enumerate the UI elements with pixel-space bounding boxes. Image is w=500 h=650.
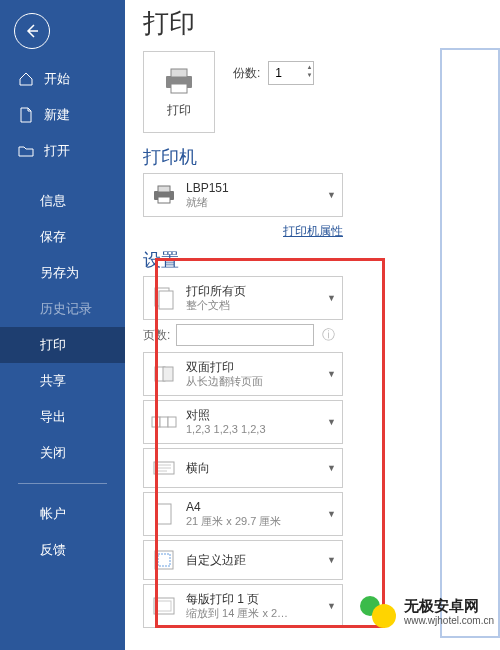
svg-rect-17 <box>157 504 171 524</box>
printer-small-icon <box>150 181 178 209</box>
nav-home[interactable]: 开始 <box>0 61 125 97</box>
nav-open[interactable]: 打开 <box>0 133 125 169</box>
printer-status: 就绪 <box>186 196 319 210</box>
setting-paper-size[interactable]: A421 厘米 x 29.7 厘米 ▼ <box>143 492 343 536</box>
watermark-url: www.wjhotel.com.cn <box>404 615 494 626</box>
pages-input[interactable] <box>176 324 314 346</box>
pages-label: 页数: <box>143 327 170 344</box>
document-icon <box>18 107 34 123</box>
setting-print-range[interactable]: 打印所有页整个文档 ▼ <box>143 276 343 320</box>
svg-rect-2 <box>171 84 187 93</box>
svg-rect-5 <box>158 197 170 203</box>
nav-share[interactable]: 共享 <box>0 363 125 399</box>
print-button[interactable]: 打印 <box>143 51 215 133</box>
svg-rect-11 <box>160 417 168 427</box>
back-arrow-icon <box>24 23 40 39</box>
nav-export[interactable]: 导出 <box>0 399 125 435</box>
collate-icon <box>150 408 178 436</box>
chevron-down-icon: ▼ <box>327 369 336 379</box>
nav-open-label: 打开 <box>44 142 70 160</box>
setting-duplex[interactable]: 双面打印从长边翻转页面 ▼ <box>143 352 343 396</box>
copies-spinner[interactable]: ▲▼ <box>306 63 312 79</box>
chevron-down-icon: ▼ <box>327 293 336 303</box>
sheet-icon <box>150 592 178 620</box>
back-button[interactable] <box>14 13 50 49</box>
chevron-down-icon: ▼ <box>327 417 336 427</box>
orientation-icon <box>150 454 178 482</box>
nav-new-label: 新建 <box>44 106 70 124</box>
nav-info[interactable]: 信息 <box>0 183 125 219</box>
printer-properties-link[interactable]: 打印机属性 <box>283 224 343 238</box>
svg-rect-10 <box>152 417 160 427</box>
page-title: 打印 <box>143 6 486 41</box>
chevron-down-icon: ▼ <box>327 555 336 565</box>
svg-rect-7 <box>159 291 173 309</box>
chevron-down-icon: ▼ <box>327 190 336 200</box>
setting-orientation[interactable]: 横向 ▼ <box>143 448 343 488</box>
backstage-sidebar: 开始 新建 打开 信息 保存 另存为 历史记录 打印 共享 导出 关闭 帐户 反… <box>0 0 125 650</box>
printer-select[interactable]: LBP151 就绪 ▼ <box>143 173 343 217</box>
info-icon[interactable]: ⓘ <box>322 326 335 344</box>
folder-open-icon <box>18 143 34 159</box>
settings-heading: 设置 <box>143 248 486 272</box>
main-panel: 打印 打印 份数: ▲▼ 打印机 ⓘ LBP151 就绪 ▼ 打印机属性 设置 … <box>125 0 500 650</box>
nav-close[interactable]: 关闭 <box>0 435 125 471</box>
nav-save[interactable]: 保存 <box>0 219 125 255</box>
nav-home-label: 开始 <box>44 70 70 88</box>
watermark-brand: 无极安卓网 <box>404 598 494 615</box>
nav-new[interactable]: 新建 <box>0 97 125 133</box>
svg-rect-12 <box>168 417 176 427</box>
copies-label: 份数: <box>233 65 260 82</box>
preview-edge <box>440 48 500 638</box>
nav-saveas[interactable]: 另存为 <box>0 255 125 291</box>
nav-history[interactable]: 历史记录 <box>0 291 125 327</box>
watermark: 无极安卓网 www.wjhotel.com.cn <box>358 592 494 632</box>
watermark-logo-icon <box>358 592 398 632</box>
chevron-down-icon: ▼ <box>327 463 336 473</box>
nav-feedback[interactable]: 反馈 <box>0 532 125 568</box>
pages-icon <box>150 284 178 312</box>
chevron-down-icon: ▼ <box>327 601 336 611</box>
setting-collate[interactable]: 对照1,2,3 1,2,3 1,2,3 ▼ <box>143 400 343 444</box>
paper-icon <box>150 500 178 528</box>
setting-margins[interactable]: 自定义边距 ▼ <box>143 540 343 580</box>
home-icon <box>18 71 34 87</box>
printer-heading: 打印机 ⓘ <box>143 145 486 169</box>
setting-pages-per-sheet[interactable]: 每版打印 1 页缩放到 14 厘米 x 2… ▼ <box>143 584 343 628</box>
nav-print[interactable]: 打印 <box>0 327 125 363</box>
svg-rect-1 <box>171 69 187 77</box>
printer-icon <box>162 66 196 96</box>
margins-icon <box>150 546 178 574</box>
printer-name: LBP151 <box>186 181 319 196</box>
svg-rect-9 <box>163 367 173 381</box>
svg-rect-4 <box>158 186 170 192</box>
print-button-label: 打印 <box>167 102 191 119</box>
nav-account[interactable]: 帐户 <box>0 496 125 532</box>
chevron-down-icon: ▼ <box>327 509 336 519</box>
sidebar-separator <box>18 483 107 484</box>
duplex-icon <box>150 360 178 388</box>
